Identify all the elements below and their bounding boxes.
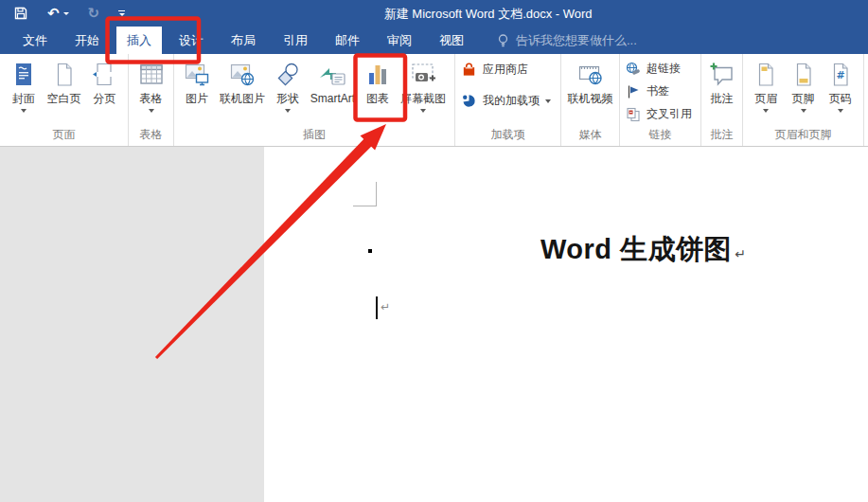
footer-button[interactable]: 页脚 xyxy=(789,56,818,113)
group-label: 表格 xyxy=(129,127,173,143)
redo-button[interactable]: ↻ xyxy=(88,7,100,21)
tab-review[interactable]: 审阅 xyxy=(377,27,422,54)
pictures-button[interactable]: 图片 xyxy=(183,56,211,105)
bookmark-icon xyxy=(626,84,641,99)
table-button[interactable]: 表格 xyxy=(137,56,166,113)
ribbon-tab-bar: 文件 开始 插入 设计 布局 引用 邮件 审阅 视图 告诉我您想要做什么... xyxy=(0,27,868,54)
cross-reference-button[interactable]: 交叉引用 xyxy=(626,106,699,122)
chevron-down-icon xyxy=(763,109,769,113)
group-header-footer: 页眉 页脚 xyxy=(743,54,864,146)
chevron-down-icon xyxy=(285,109,291,113)
blank-page-icon xyxy=(50,59,79,90)
tell-me-box[interactable]: 告诉我您想要做什么... xyxy=(496,27,637,54)
button-label: 应用商店 xyxy=(483,62,528,78)
group-label: 链接 xyxy=(620,127,700,143)
svg-text:#: # xyxy=(836,68,844,81)
cover-page-button[interactable]: 封面 xyxy=(9,56,38,113)
chevron-down-icon xyxy=(63,12,69,15)
bookmark-button[interactable]: 书签 xyxy=(626,83,699,99)
comment-button[interactable]: 批注 xyxy=(708,56,736,105)
tab-layout[interactable]: 布局 xyxy=(221,27,266,54)
button-label: 分页 xyxy=(93,92,115,105)
chart-icon xyxy=(363,59,392,90)
undo-icon: ↶ xyxy=(47,7,60,21)
group-illustrations: 图片 联机图片 xyxy=(174,54,455,146)
button-label: 封面 xyxy=(12,92,35,105)
button-label: 表格 xyxy=(140,92,163,105)
online-pictures-button[interactable]: 联机图片 xyxy=(220,56,265,105)
tab-home[interactable]: 开始 xyxy=(64,27,110,54)
group-comments: 批注 批注 xyxy=(701,54,743,146)
button-label: 联机视频 xyxy=(568,92,613,105)
tell-me-placeholder: 告诉我您想要做什么... xyxy=(516,32,637,49)
lightbulb-icon xyxy=(496,33,510,48)
button-label: 页码 xyxy=(829,92,852,105)
paragraph-mark-icon: ↵ xyxy=(735,246,746,261)
screenshot-icon xyxy=(409,59,437,90)
document-page[interactable]: Word 生成饼图↵ ↵ xyxy=(264,147,868,502)
button-label: 批注 xyxy=(711,92,734,105)
my-addins-button[interactable]: 我的加载项 xyxy=(461,93,558,109)
tab-view[interactable]: 视图 xyxy=(429,27,474,54)
cover-page-icon xyxy=(9,59,38,90)
page-number-button[interactable]: # 页码 xyxy=(826,56,855,113)
tab-design[interactable]: 设计 xyxy=(168,27,214,54)
chevron-down-icon xyxy=(149,109,154,113)
group-label: 页面 xyxy=(0,127,128,143)
undo-button[interactable]: ↶ xyxy=(47,7,69,21)
group-addins: 应用商店 我的加载项 加载项 xyxy=(455,54,561,146)
group-media: 联机视频 媒体 xyxy=(561,54,620,146)
button-label: 书签 xyxy=(647,83,669,99)
button-label: SmartArt xyxy=(310,92,355,105)
comment-icon xyxy=(708,59,736,90)
chart-button[interactable]: 图表 xyxy=(363,56,392,105)
page-number-icon: # xyxy=(826,59,855,90)
button-label: 空白页 xyxy=(47,92,81,105)
tab-references[interactable]: 引用 xyxy=(273,27,318,54)
tab-insert[interactable]: 插入 xyxy=(116,27,162,54)
chevron-down-icon xyxy=(21,109,27,113)
group-label: 插图 xyxy=(174,127,454,143)
ribbon: 封面 空白页 xyxy=(0,54,868,147)
group-label: 页眉和页脚 xyxy=(743,127,863,143)
button-label: 联机图片 xyxy=(220,92,265,105)
smartart-button[interactable]: SmartArt xyxy=(310,56,355,105)
redo-icon: ↻ xyxy=(88,7,100,21)
button-label: 页眉 xyxy=(754,92,777,105)
margin-corner-mark xyxy=(353,206,377,206)
footer-icon xyxy=(789,59,818,90)
quick-access-toolbar: ↶ ↻ xyxy=(13,3,125,24)
screenshot-button[interactable]: 屏幕截图 xyxy=(400,56,446,113)
group-tables: 表格 表格 xyxy=(129,54,174,146)
header-button[interactable]: 页眉 xyxy=(752,56,780,113)
group-label: 媒体 xyxy=(561,127,619,143)
save-icon xyxy=(13,6,28,21)
group-label: 批注 xyxy=(701,127,742,143)
shapes-button[interactable]: 形状 xyxy=(274,56,302,113)
button-label: 超链接 xyxy=(647,61,681,77)
group-label: 加载项 xyxy=(455,127,560,143)
customize-qat-button[interactable] xyxy=(118,10,125,17)
online-pictures-icon xyxy=(228,59,257,90)
save-button[interactable] xyxy=(13,6,28,21)
shapes-icon xyxy=(274,59,302,90)
online-video-button[interactable]: 联机视频 xyxy=(568,56,613,105)
chevron-down-icon xyxy=(838,109,843,113)
smartart-icon xyxy=(317,59,347,90)
hyperlink-button[interactable]: 超链接 xyxy=(626,61,699,77)
blank-page-button[interactable]: 空白页 xyxy=(47,56,81,105)
button-label: 我的加载项 xyxy=(483,93,540,109)
button-label: 屏幕截图 xyxy=(400,92,446,105)
button-label: 页脚 xyxy=(792,92,815,105)
customize-qat-icon xyxy=(118,10,125,17)
page-break-button[interactable]: 分页 xyxy=(90,56,118,105)
hyperlink-icon xyxy=(626,62,641,77)
group-links: 超链接 书签 交叉引用 xyxy=(620,54,701,146)
button-label: 图表 xyxy=(366,92,389,105)
button-label: 图片 xyxy=(186,92,208,105)
tab-mailings[interactable]: 邮件 xyxy=(325,27,370,54)
chevron-down-icon xyxy=(420,109,426,113)
chevron-down-icon xyxy=(801,109,806,113)
tab-file[interactable]: 文件 xyxy=(12,27,58,54)
store-button[interactable]: 应用商店 xyxy=(461,62,558,78)
